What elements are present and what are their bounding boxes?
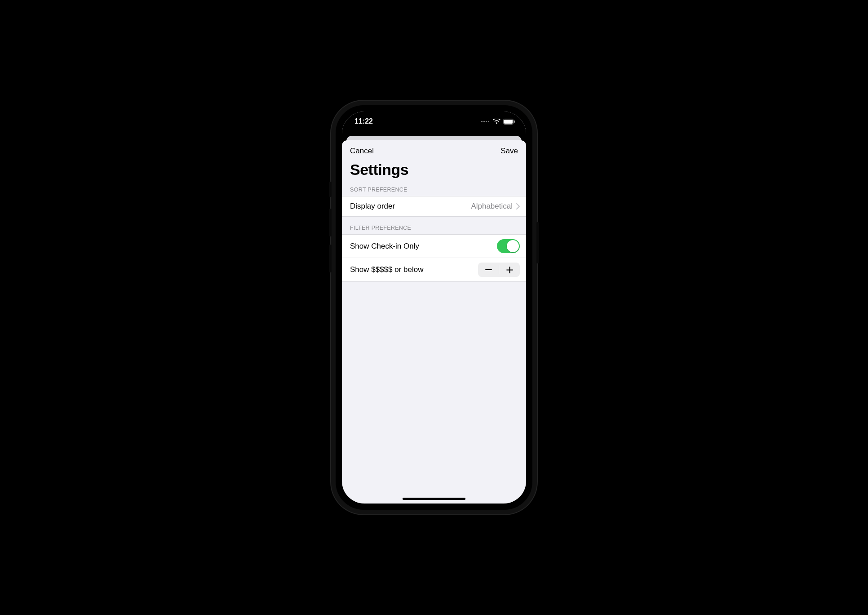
stepper-plus-button[interactable] <box>499 263 520 277</box>
status-time: 11:22 <box>354 117 373 125</box>
stage: 11:22 <box>0 0 868 615</box>
modal-sheet-container: Cancel Save Settings SORT PREFERENCE Dis… <box>342 132 526 504</box>
svg-rect-5 <box>506 269 513 270</box>
volume-up-button <box>329 209 332 236</box>
price-stepper <box>478 263 520 277</box>
volume-silence-button <box>329 182 332 197</box>
price-filter-label: Show $$$$$ or below <box>350 265 424 274</box>
toggle-knob <box>507 240 519 252</box>
wifi-icon <box>493 119 500 124</box>
save-button[interactable]: Save <box>500 147 518 156</box>
home-indicator[interactable] <box>403 498 465 500</box>
battery-icon <box>503 119 515 125</box>
svg-rect-1 <box>504 120 513 124</box>
nav-bar: Cancel Save <box>342 140 526 159</box>
row-checkin-only: Show Check-in Only <box>342 235 526 258</box>
screen: 11:22 <box>342 111 526 504</box>
settings-sheet: Cancel Save Settings SORT PREFERENCE Dis… <box>342 140 526 504</box>
minus-icon <box>485 269 492 270</box>
group-filter: Show Check-in Only Show $$$$$ or below <box>342 234 526 282</box>
phone-frame: 11:22 <box>336 105 532 510</box>
volume-down-button <box>329 245 332 272</box>
section-header-filter: FILTER PREFERENCE <box>342 217 526 234</box>
display-order-label: Display order <box>350 202 395 211</box>
stepper-minus-button[interactable] <box>478 263 499 277</box>
svg-rect-3 <box>485 269 492 270</box>
display-order-value: Alphabetical <box>471 202 513 211</box>
notch <box>387 111 481 126</box>
cancel-button[interactable]: Cancel <box>350 147 374 156</box>
recording-dots-icon <box>481 121 489 122</box>
chevron-right-icon <box>516 203 520 209</box>
row-price-filter: Show $$$$$ or below <box>342 258 526 281</box>
section-header-sort: SORT PREFERENCE <box>342 184 526 196</box>
page-title: Settings <box>342 159 526 184</box>
group-sort: Display order Alphabetical <box>342 196 526 217</box>
checkin-only-toggle[interactable] <box>497 239 520 253</box>
row-display-order[interactable]: Display order Alphabetical <box>342 196 526 216</box>
checkin-only-label: Show Check-in Only <box>350 242 419 251</box>
status-right <box>481 119 515 125</box>
svg-rect-2 <box>514 120 515 123</box>
plus-icon <box>506 267 513 273</box>
